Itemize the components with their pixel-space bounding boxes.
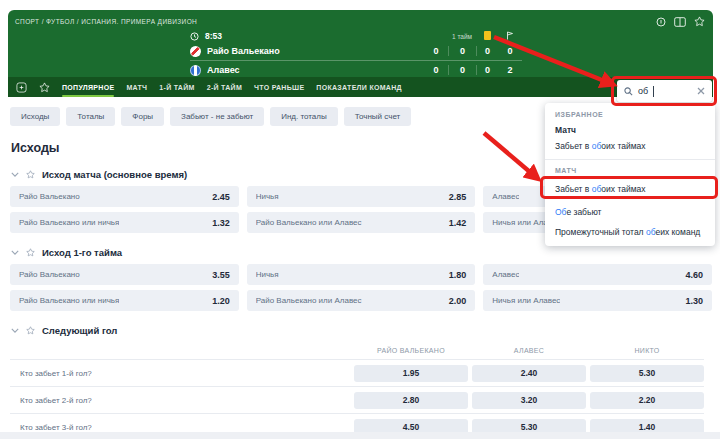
section-title: Исход 1-го тайма: [42, 247, 122, 258]
home-score: 0: [424, 46, 448, 56]
tab-popular[interactable]: ПОПУЛЯРНОЕ: [62, 77, 114, 97]
star-icon[interactable]: [26, 170, 35, 179]
row-question: Кто забьет 1-й гол?: [10, 369, 350, 378]
odds-cell[interactable]: Ничья2.85: [247, 186, 476, 207]
alaves-crest-icon: [190, 65, 201, 76]
tab-what-first[interactable]: ЧТО РАНЬШЕ: [254, 77, 304, 97]
odds-cell[interactable]: 2.40: [472, 365, 586, 382]
odds-cell[interactable]: 2.20: [590, 392, 704, 409]
away-corners: 2: [498, 65, 522, 75]
odds-cell[interactable]: 1.95: [354, 365, 468, 382]
screen: СПОРТ / ФУТБОЛ / ИСПАНИЯ. ПРИМЕРА ДИВИЗИ…: [0, 0, 720, 439]
star-icon[interactable]: [26, 326, 35, 335]
markets-grid-icon[interactable]: [16, 82, 27, 93]
tab-first-half[interactable]: 1-Й ТАЙМ: [159, 77, 194, 97]
favorites-star-icon[interactable]: [39, 82, 50, 93]
row-question: Кто забьет 2-й гол?: [10, 396, 350, 405]
chevron-down-icon: [11, 172, 19, 177]
chevron-down-icon: [11, 250, 19, 255]
odds-cell[interactable]: Райо Вальекано или ничья1.20: [10, 290, 239, 311]
odds-cell[interactable]: Райо Вальекано2.45: [10, 186, 239, 207]
market-nav: ПОПУЛЯРНОЕ МАТЧ 1-Й ТАЙМ 2-Й ТАЙМ ЧТО РА…: [8, 77, 713, 97]
row-question: Кто забьет 3-й гол?: [10, 423, 350, 432]
dropdown-divider: [545, 159, 715, 160]
search-suggestions-dropdown: ИЗБРАННОЕ Матч Забьет в обоих таймах МАТ…: [545, 103, 715, 246]
tab-team-stats[interactable]: ПОКАЗАТЕЛИ КОМАНД: [316, 77, 401, 97]
away-score: 0: [424, 65, 448, 75]
pitch-icon[interactable]: [674, 17, 686, 27]
text-cursor: [653, 86, 654, 97]
column-header-rayo: РАЙО ВАЛЬЕКАНО: [354, 347, 468, 354]
odds-cell[interactable]: Райо Вальекано или Алавес1.42: [247, 212, 476, 233]
header-icons: [656, 16, 705, 27]
column-header-alaves: АЛАВЕС: [472, 347, 586, 354]
dropdown-group-match: МАТЧ: [555, 167, 705, 174]
odds-cell[interactable]: Райо Вальекано или Алавес2.00: [247, 290, 476, 311]
odds-cell[interactable]: Ничья или Алавес1.30: [483, 290, 712, 311]
odds-cell[interactable]: 2.80: [354, 392, 468, 409]
tab-match[interactable]: МАТЧ: [126, 77, 147, 97]
dropdown-item-both-teams-score[interactable]: Обе забьют: [555, 207, 705, 217]
away-half1-score: 0: [448, 65, 476, 75]
next-goal-table: РАЙО ВАЛЬЕКАНО АЛАВЕС НИКТО Кто забьет 1…: [10, 342, 712, 439]
breadcrumb-row: СПОРТ / ФУТБОЛ / ИСПАНИЯ. ПРИМЕРА ДИВИЗИ…: [8, 10, 713, 27]
match-header: СПОРТ / ФУТБОЛ / ИСПАНИЯ. ПРИМЕРА ДИВИЗИ…: [8, 10, 713, 77]
chip-outcomes[interactable]: Исходы: [10, 107, 60, 126]
dropdown-item-interim-total-both[interactable]: Промежуточный тотал обеих команд: [555, 227, 705, 237]
column-header-nobody: НИКТО: [590, 347, 704, 354]
odds-row: Райо Вальекано3.55 Ничья1.80 Алавес4.60: [10, 264, 712, 285]
breadcrumb[interactable]: СПОРТ / ФУТБОЛ / ИСПАНИЯ. ПРИМЕРА ДИВИЗИ…: [15, 18, 197, 25]
team-row-home: Райо Вальекано 0 0 0 0: [190, 43, 522, 59]
star-icon[interactable]: [26, 248, 35, 257]
chip-score-noscore[interactable]: Забьют - не забьют: [170, 107, 264, 126]
clear-search-icon[interactable]: [697, 87, 705, 95]
corner-flag-icon: [506, 31, 514, 40]
home-yellow-cards: 0: [476, 46, 498, 56]
dropdown-item-match-category[interactable]: Матч: [555, 125, 705, 135]
odds-cell[interactable]: Райо Вальекано3.55: [10, 264, 239, 285]
section-header-first-half-outcome[interactable]: Исход 1-го тайма: [11, 247, 712, 258]
chip-handicaps[interactable]: Форы: [121, 107, 164, 126]
star-icon[interactable]: [694, 16, 705, 27]
yellow-card-icon: [484, 31, 491, 40]
chip-ind-totals[interactable]: Инд. тоталы: [270, 107, 338, 126]
info-icon[interactable]: [656, 17, 666, 27]
chip-totals[interactable]: Тоталы: [66, 107, 115, 126]
odds-cell[interactable]: Ничья1.80: [247, 264, 476, 285]
odds-cell[interactable]: 3.20: [472, 392, 586, 409]
away-yellow-cards: 0: [476, 65, 498, 75]
tab-second-half[interactable]: 2-Й ТАЙМ: [207, 77, 242, 97]
clock-icon: [190, 32, 199, 41]
chip-correct-score[interactable]: Точный счет: [344, 107, 412, 126]
dropdown-item-score-both-halves-fav[interactable]: Забьет в обоих таймах: [555, 141, 705, 151]
section-title: Исход матча (основное время): [42, 169, 187, 180]
search-icon: [624, 87, 633, 96]
section-header-next-goal[interactable]: Следующий гол: [11, 325, 712, 336]
odds-cell[interactable]: 5.30: [590, 365, 704, 382]
dropdown-item-score-both-halves[interactable]: Забьет в обоих таймах: [555, 184, 705, 194]
match-time: 8:53: [205, 31, 222, 41]
rayo-vallecano-crest-icon: [190, 46, 201, 57]
odds-cell[interactable]: Райо Вальекано или ничья1.32: [10, 212, 239, 233]
section-title: Следующий гол: [42, 325, 117, 336]
search-value: об: [638, 86, 648, 96]
home-corners: 0: [498, 46, 522, 56]
home-team-name: Райо Вальекано: [207, 46, 280, 56]
team-row-away: Алавес 0 0 0 2: [190, 62, 522, 78]
table-row: Кто забьет 1-й гол? 1.95 2.40 5.30: [10, 359, 704, 386]
odds-cell[interactable]: Алавес4.60: [483, 264, 712, 285]
odds-row: Райо Вальекано или ничья1.20 Райо Вальек…: [10, 290, 712, 311]
chevron-down-icon: [11, 328, 19, 333]
dropdown-group-favorites: ИЗБРАННОЕ: [555, 111, 705, 118]
table-row: Кто забьет 2-й гол? 2.80 3.20 2.20: [10, 386, 704, 413]
page-bottom-edge: [0, 432, 720, 439]
next-goal-header-row: РАЙО ВАЛЬЕКАНО АЛАВЕС НИКТО: [10, 342, 704, 359]
home-half1-score: 0: [448, 46, 476, 56]
search-input[interactable]: об: [617, 80, 712, 102]
scoreboard-divider: [190, 60, 522, 61]
scoreboard: 8:53 1 тайм Райо Вальекано 0 0 0 0: [190, 29, 522, 78]
scoreboard-header-row: 8:53 1 тайм: [190, 29, 522, 43]
half-column-label: 1 тайм: [448, 33, 476, 40]
away-team-name: Алавес: [207, 65, 240, 75]
